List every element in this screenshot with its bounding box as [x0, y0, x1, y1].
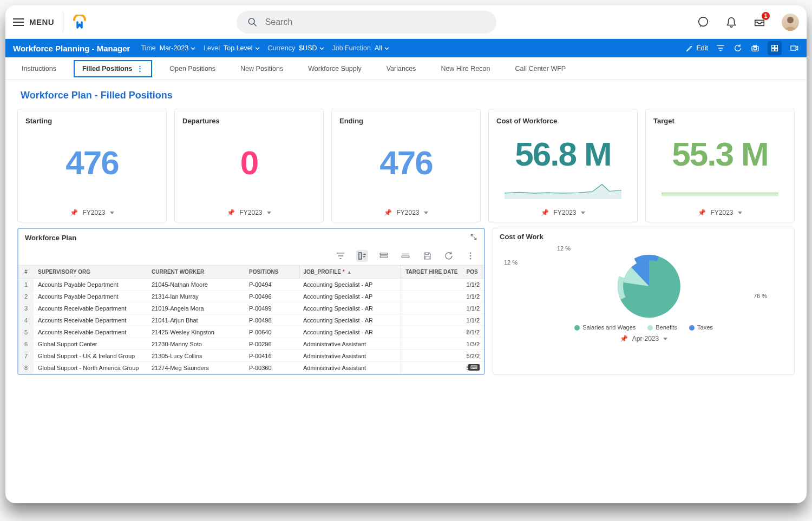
column-header[interactable]: #	[18, 266, 34, 279]
table-rows-icon[interactable]	[378, 250, 390, 262]
column-header[interactable]: JOB_PROFILE *▲	[299, 266, 401, 279]
tab-instructions[interactable]: Instructions	[14, 60, 64, 77]
table-cell: P-00498	[245, 314, 299, 326]
table-cell: Accounting Specialist - AR	[299, 302, 401, 314]
tab-more-icon[interactable]: ⋮	[136, 64, 143, 72]
filter-value-dropdown[interactable]: $USD	[299, 44, 324, 52]
present-icon[interactable]	[789, 43, 799, 53]
table-cell: 2	[18, 291, 34, 302]
grid-view-icon[interactable]	[768, 41, 782, 55]
table-filter-icon[interactable]	[335, 250, 346, 262]
notifications-icon[interactable]	[725, 16, 737, 28]
table-row[interactable]: 7Global Support - UK & Ireland Group2130…	[18, 350, 484, 362]
tab-new-positions[interactable]: New Positions	[233, 60, 291, 77]
chevron-down-icon[interactable]	[738, 212, 742, 214]
table-cell: 7	[18, 350, 34, 362]
svg-marker-12	[505, 184, 621, 199]
table-cell: Accounting Specialist - AP	[299, 291, 401, 302]
chevron-down-icon[interactable]	[267, 212, 271, 214]
table-cell: 1	[18, 279, 34, 291]
kpi-card: Target55.3 M📌FY2023	[645, 109, 795, 222]
pin-icon: 📌	[227, 209, 235, 216]
save-icon[interactable]	[421, 250, 433, 262]
tab-open-positions[interactable]: Open Positions	[162, 60, 223, 77]
filter-value-dropdown[interactable]: Top Level	[224, 44, 260, 52]
menu-label: MENU	[29, 17, 54, 27]
filter-label: Currency	[267, 44, 295, 52]
table-row[interactable]: 2Accounts Payable Department21314-Ian Mu…	[18, 291, 484, 302]
table-row[interactable]: 3Accounts Receivable Department21019-Ang…	[18, 302, 484, 314]
filter-label: Time	[141, 44, 155, 52]
camera-icon[interactable]	[750, 43, 760, 53]
column-header[interactable]: TARGET HIRE DATE	[401, 266, 462, 279]
filter-value-dropdown[interactable]: Mar-2023	[160, 44, 196, 52]
column-header[interactable]: POS	[462, 266, 484, 279]
inbox-icon[interactable]: 1	[754, 16, 765, 28]
column-header[interactable]: SUPERVISORY ORG	[34, 266, 147, 279]
table-cell: 21230-Manny Soto	[147, 338, 245, 350]
pin-icon: 📌	[70, 209, 78, 216]
svg-rect-8	[775, 45, 778, 48]
divider	[63, 11, 63, 33]
refresh-icon[interactable]	[733, 43, 743, 53]
pie-label-benefits: 12 %	[504, 259, 518, 266]
table-rows2-icon[interactable]	[400, 250, 411, 262]
edit-button[interactable]: Edit	[686, 44, 708, 52]
chevron-down-icon[interactable]	[424, 212, 428, 214]
table-more-icon[interactable]	[464, 250, 476, 262]
tab-filled-positions[interactable]: Filled Positions⋮	[74, 60, 152, 77]
expand-icon[interactable]	[470, 233, 477, 242]
table-cell: P-00360	[245, 362, 299, 374]
search-input[interactable]	[237, 11, 496, 34]
svg-point-3	[787, 17, 794, 23]
avatar[interactable]	[782, 14, 799, 31]
table-cell: P-00494	[245, 279, 299, 291]
table-row[interactable]: 1Accounts Payable Department21045-Nathan…	[18, 279, 484, 291]
column-header[interactable]: POSITIONS	[245, 266, 299, 279]
svg-line-1	[254, 23, 257, 26]
chevron-down-icon[interactable]	[110, 212, 114, 214]
tab-new-hire-recon[interactable]: New Hire Recon	[433, 60, 497, 77]
table-cell: Accounting Specialist - AR	[299, 314, 401, 326]
tab-variances[interactable]: Variances	[379, 60, 424, 77]
menu-button[interactable]: MENU	[13, 17, 54, 27]
chevron-down-icon[interactable]	[581, 212, 585, 214]
table-cell: P-00640	[245, 326, 299, 338]
table-row[interactable]: 8Global Support - North America Group212…	[18, 362, 484, 374]
tab-call-center-wfp[interactable]: Call Center WFP	[507, 60, 573, 77]
table-cell: Accounts Receivable Department	[34, 326, 147, 338]
filter-value-dropdown[interactable]: All	[375, 44, 389, 52]
kpi-year: FY2023	[396, 209, 419, 216]
keyboard-indicator: ⌨	[468, 364, 480, 371]
table-cell	[401, 350, 462, 362]
section-title: Workforce Plan - Filled Positions	[21, 90, 807, 101]
filter-icon[interactable]	[716, 43, 725, 53]
table-row[interactable]: 4Accounts Receivable Department21041-Arj…	[18, 314, 484, 326]
table-row[interactable]: 5Accounts Receivable Department21425-Wes…	[18, 326, 484, 338]
pie-label-salaries: 76 %	[754, 293, 767, 299]
chevron-down-icon[interactable]	[663, 338, 667, 340]
chat-icon[interactable]	[697, 16, 709, 28]
table-refresh-icon[interactable]	[443, 250, 455, 262]
table-cell: Accounts Receivable Department	[34, 314, 147, 326]
table-cell: 5/2/2	[462, 350, 484, 362]
table-cell: P-00296	[245, 338, 299, 350]
svg-point-21	[470, 255, 472, 257]
table-cell: 3	[18, 302, 34, 314]
table-cell: 6	[18, 338, 34, 350]
table-cell: Global Support - North America Group	[34, 362, 147, 374]
table-cell: Accounts Payable Department	[34, 291, 147, 302]
tab-workforce-supply[interactable]: Workforce Supply	[300, 60, 369, 77]
svg-rect-19	[402, 256, 409, 258]
table-select-col-icon[interactable]	[356, 250, 368, 262]
workforce-plan-table-panel: Workforce Plan #SUPERVISORY ORGCURRENT W…	[17, 228, 485, 375]
search-field[interactable]	[265, 17, 486, 27]
pencil-icon	[686, 45, 693, 52]
cost-panel-foot: Apr-2023	[632, 335, 659, 342]
kpi-value: 476	[339, 143, 473, 182]
svg-point-2	[699, 17, 708, 26]
table-cell: 21019-Angela Mora	[147, 302, 245, 314]
table-row[interactable]: 6Global Support Center21230-Manny SotoP-…	[18, 338, 484, 350]
column-header[interactable]: CURRENT WORKER	[147, 266, 245, 279]
svg-rect-14	[662, 193, 778, 196]
